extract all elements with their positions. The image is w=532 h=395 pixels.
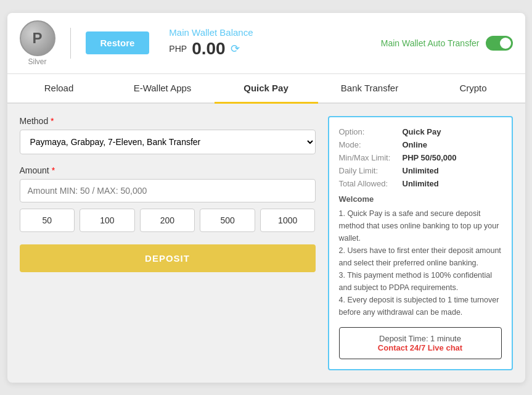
deposit-time-box: Deposit Time: 1 minute Contact 24/7 Live…: [339, 327, 502, 359]
info-panel: Option: Quick Pay Mode: Online Min/Max L…: [328, 116, 513, 370]
quick-amount-100[interactable]: 100: [80, 209, 135, 232]
info-option-value: Quick Pay: [403, 127, 441, 136]
info-option-key: Option:: [339, 127, 398, 136]
refresh-icon[interactable]: ⟳: [231, 42, 240, 56]
tab-ewallet[interactable]: E-Wallet Apps: [111, 74, 215, 104]
main-content: Method * Paymaya, Grabpay, 7-Eleven, Ban…: [7, 104, 525, 383]
header-divider: [70, 28, 71, 59]
tab-reload[interactable]: Reload: [7, 74, 111, 104]
wallet-balance: PHP 0.00 ⟳: [169, 39, 370, 59]
silver-label: Silver: [28, 57, 46, 66]
wallet-title: Main Wallet Balance: [169, 27, 370, 38]
tab-crypto[interactable]: Crypto: [422, 74, 525, 104]
info-daily-key: Daily Limit:: [339, 166, 398, 175]
info-mode-value: Online: [403, 140, 427, 149]
amount-required-star: *: [52, 165, 55, 175]
quick-amount-50[interactable]: 50: [20, 209, 75, 232]
info-daily-value: Unlimited: [403, 166, 439, 175]
wallet-info: Main Wallet Balance PHP 0.00 ⟳: [169, 27, 370, 59]
tabs-bar: Reload E-Wallet Apps Quick Pay Bank Tran…: [7, 74, 525, 104]
info-daily-row: Daily Limit: Unlimited: [339, 166, 502, 175]
method-select[interactable]: Paymaya, Grabpay, 7-Eleven, Bank Transfe…: [20, 130, 316, 154]
method-label: Method *: [20, 116, 316, 126]
info-option-row: Option: Quick Pay: [339, 127, 502, 136]
auto-transfer-label: Main Wallet Auto Transfer: [381, 38, 480, 48]
info-minmax-key: Min/Max Limit:: [339, 153, 398, 162]
info-total-key: Total Allowed:: [339, 179, 398, 188]
quick-amount-500[interactable]: 500: [200, 209, 255, 232]
logo-letter: P: [32, 30, 42, 47]
info-welcome-title: Welcome: [339, 194, 502, 204]
info-total-row: Total Allowed: Unlimited: [339, 179, 502, 188]
form-section: Method * Paymaya, Grabpay, 7-Eleven, Ban…: [20, 116, 316, 370]
quick-amount-200[interactable]: 200: [140, 209, 195, 232]
info-minmax-value: PHP 50/50,000: [403, 153, 457, 162]
amount-input[interactable]: [20, 179, 316, 202]
logo-icon: P: [20, 20, 55, 56]
amount-label: Amount *: [20, 165, 316, 175]
info-total-value: Unlimited: [403, 179, 439, 188]
deposit-time-text: Deposit Time: 1 minute: [379, 334, 461, 343]
quick-amount-1000[interactable]: 1000: [260, 209, 316, 232]
info-welcome-text: 1. Quick Pay is a safe and secure deposi…: [339, 207, 502, 318]
wallet-amount: 0.00: [192, 39, 226, 59]
quick-amounts: 50 100 200 500 1000: [20, 209, 316, 232]
tab-quickpay[interactable]: Quick Pay: [215, 74, 318, 104]
header: P Silver Restore Main Wallet Balance PHP…: [7, 13, 525, 74]
method-required-star: *: [51, 116, 54, 126]
tab-bank[interactable]: Bank Transfer: [318, 74, 422, 104]
info-mode-row: Mode: Online: [339, 140, 502, 149]
deposit-button[interactable]: DEPOSIT: [20, 244, 316, 272]
wallet-currency: PHP: [169, 44, 187, 54]
auto-transfer-section: Main Wallet Auto Transfer: [381, 36, 513, 51]
restore-button[interactable]: Restore: [86, 31, 150, 54]
info-minmax-row: Min/Max Limit: PHP 50/50,000: [339, 153, 502, 162]
live-chat-link[interactable]: Contact 24/7 Live chat: [346, 343, 495, 352]
auto-transfer-toggle[interactable]: [486, 36, 513, 51]
info-mode-key: Mode:: [339, 140, 398, 149]
